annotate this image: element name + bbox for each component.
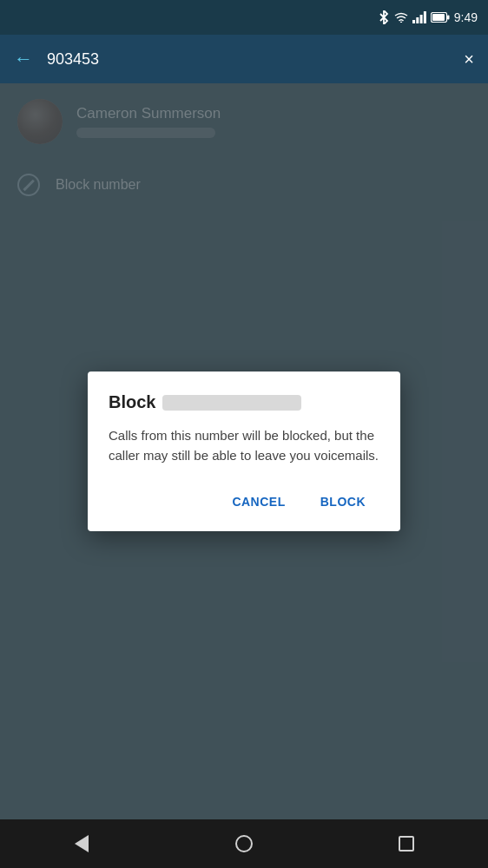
svg-rect-1 xyxy=(412,20,415,23)
status-bar: 9:49 xyxy=(0,0,488,35)
svg-rect-6 xyxy=(447,16,450,20)
wifi-icon xyxy=(394,12,408,23)
dialog-title: Block xyxy=(109,392,379,412)
status-time: 9:49 xyxy=(454,10,478,24)
nav-recent-icon xyxy=(399,836,414,852)
nav-home-icon xyxy=(235,835,253,852)
main-content: Cameron Summerson Block number Block Cal… xyxy=(0,83,488,819)
back-button[interactable]: ← xyxy=(14,48,33,70)
nav-recent-button[interactable] xyxy=(380,826,432,861)
nav-back-icon xyxy=(75,835,89,852)
svg-rect-2 xyxy=(416,17,419,23)
dialog-message: Calls from this number will be blocked, … xyxy=(109,426,379,465)
block-button[interactable]: BLOCK xyxy=(307,486,379,517)
cancel-button[interactable]: CANCEL xyxy=(218,486,299,517)
battery-icon xyxy=(431,12,450,23)
dialog: Block Calls from this number will be blo… xyxy=(88,372,400,531)
close-button[interactable]: × xyxy=(464,49,474,69)
dialog-title-prefix: Block xyxy=(109,392,155,412)
bottom-nav xyxy=(0,819,488,868)
dialog-title-number-blurred xyxy=(162,395,301,411)
page-title: 903453 xyxy=(47,50,450,69)
bluetooth-icon xyxy=(378,10,390,24)
svg-rect-4 xyxy=(424,11,426,23)
svg-point-0 xyxy=(400,22,402,23)
svg-rect-3 xyxy=(419,15,422,23)
status-icons: 9:49 xyxy=(378,10,478,24)
signal-icon xyxy=(412,11,426,23)
dialog-overlay: Block Calls from this number will be blo… xyxy=(0,83,488,819)
nav-home-button[interactable] xyxy=(218,826,270,861)
top-bar: ← 903453 × xyxy=(0,35,488,83)
svg-rect-7 xyxy=(432,14,445,21)
nav-back-button[interactable] xyxy=(56,826,108,861)
dialog-actions: CANCEL BLOCK xyxy=(109,486,379,521)
